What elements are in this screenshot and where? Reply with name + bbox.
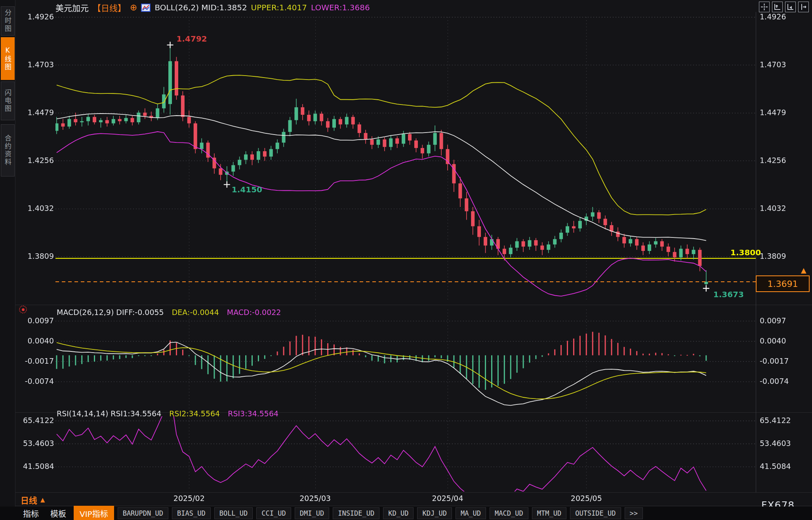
macd-axis-label-left: 0.0097 — [23, 316, 54, 325]
symbol-title: 美元加元 — [55, 2, 89, 13]
rsi-header: RSI(14,14,14) RSI1:34.5564 RSI2:34.5564 … — [57, 409, 278, 418]
boll-upper-readout: UPPER:1.4017 — [251, 3, 307, 12]
period-selector-label: 日线 — [21, 494, 37, 506]
period-badge[interactable]: 【日线】 — [93, 2, 126, 13]
mini-chart-icon[interactable] — [141, 4, 151, 12]
axis-play-icon[interactable] — [785, 2, 796, 12]
price-axis-label-left: 1.3809 — [23, 252, 54, 260]
price-axis-label-right: 1.4926 — [760, 12, 791, 21]
pane-expand-icon[interactable] — [798, 2, 809, 12]
trading-app-window: 分时图 K线图 闪电图 合约资料 美元加元 【日线】 ⊕ BOLL(26,2) … — [0, 0, 812, 520]
price-axis-label-left: 1.4256 — [23, 156, 54, 165]
crosshair-icon[interactable] — [759, 2, 770, 12]
macd-axis-label-right: 0.0040 — [760, 336, 791, 345]
macd-readout: MACD:-0.0022 — [227, 308, 281, 317]
macd-axis-label-right: 0.0097 — [760, 316, 791, 325]
price-up-arrow-icon: ▲ — [801, 267, 806, 274]
price-axis-label-left: 1.4703 — [23, 60, 54, 69]
macd-axis-label-left: -0.0074 — [23, 377, 54, 385]
bottom-tab-inside-ud[interactable]: INSIDE_UD — [333, 507, 379, 519]
bottom-tab-kd-ud[interactable]: KD_UD — [383, 507, 414, 519]
x-axis-date-label: 2025/05 — [560, 494, 612, 503]
left-sidebar: 分时图 K线图 闪电图 合约资料 — [0, 0, 15, 507]
bottom-tab-模板[interactable]: 模板 — [46, 507, 70, 520]
bottom-tab-vip-indicators[interactable]: VIP指标 — [74, 506, 114, 520]
bottom-tab-outside-ud[interactable]: OUTSIDE_UD — [570, 507, 621, 519]
x-axis-date-label: 2025/02 — [163, 494, 215, 503]
chart-canvas[interactable] — [0, 0, 812, 520]
bottom-tab-kdj-ud[interactable]: KDJ_UD — [417, 507, 452, 519]
bottom-tab-bar: 指标模板VIP指标BARUPDN_UDBIAS_UDBOLL_UDCCI_UDD… — [0, 507, 812, 520]
price-axis-label-left: 1.4926 — [23, 12, 54, 21]
macd-dea-readout: DEA:-0.0044 — [172, 308, 219, 317]
macd-header: MACD(26,12,9) DIFF:-0.0055 DEA:-0.0044 M… — [57, 308, 281, 317]
rsi1-readout: RSI(14,14,14) RSI1:34.5564 — [57, 409, 161, 418]
rsi-axis-label-right: 41.5084 — [760, 462, 791, 471]
rsi-axis-label-left: 41.5084 — [23, 462, 54, 471]
price-axis-label-right: 1.4256 — [760, 156, 791, 165]
macd-axis-label-left: -0.0017 — [23, 357, 54, 365]
price-axis-label-right: 1.4032 — [760, 204, 791, 213]
rsi2-readout: RSI2:34.5564 — [169, 409, 220, 418]
sidebar-tab-contract-info[interactable]: 合约资料 — [1, 124, 15, 176]
current-price-box: 1.3691 — [756, 275, 810, 292]
bottom-tab-mtm-ud[interactable]: MTM_UD — [532, 507, 566, 519]
rsi-axis-label-right: 65.4122 — [760, 416, 791, 425]
rsi-axis-label-left: 53.4603 — [23, 439, 54, 448]
rsi-axis-label-right: 53.4603 — [760, 439, 791, 448]
bottom-tab-macd-ud[interactable]: MACD_UD — [490, 507, 528, 519]
price-axis-label-right: 1.4479 — [760, 108, 791, 117]
bottom-tab-bias-ud[interactable]: BIAS_UD — [172, 507, 211, 519]
bottom-tab-barupdn-ud[interactable]: BARUPDN_UD — [118, 507, 168, 519]
bottom-tab-dmi-ud[interactable]: DMI_UD — [295, 507, 329, 519]
sidebar-tab-candle-chart[interactable]: K线图 — [1, 37, 15, 80]
x-axis-date-label: 2025/04 — [422, 494, 473, 503]
last-low-price-label: 1.3673 — [713, 290, 744, 299]
bottom-tab-cci-ud[interactable]: CCI_UD — [256, 507, 291, 519]
price-axis-label-right: 1.3809 — [760, 252, 791, 260]
macd-axis-label-right: -0.0017 — [760, 357, 791, 365]
chart-header: 美元加元 【日线】 ⊕ BOLL(26,2) MID:1.3852 UPPER:… — [55, 2, 370, 13]
bottom-tab--[interactable]: >> — [625, 507, 643, 519]
rsi3-readout: RSI3:34.5564 — [228, 409, 278, 418]
price-axis-label-left: 1.4032 — [23, 204, 54, 213]
sidebar-tab-flash-chart[interactable]: 闪电图 — [1, 82, 15, 120]
alert-sun-icon[interactable] — [19, 306, 27, 313]
macd-axis-label-right: -0.0074 — [760, 377, 791, 385]
high-price-label: 1.4792 — [177, 34, 207, 44]
macd-diff-readout: MACD(26,12,9) DIFF:-0.0055 — [57, 308, 164, 317]
hline-price-label: 1.3800 — [730, 248, 761, 257]
sidebar-tab-time-chart[interactable]: 分时图 — [1, 6, 15, 36]
period-selector[interactable]: 日线 ▲ — [21, 494, 45, 506]
boll-readout: BOLL(26,2) MID:1.3852 — [154, 3, 247, 12]
bottom-tab-指标[interactable]: 指标 — [19, 507, 43, 520]
price-axis-label-left: 1.4479 — [23, 108, 54, 117]
period-dropdown-arrow-icon: ▲ — [40, 496, 45, 503]
boll-lower-readout: LOWER:1.3686 — [311, 3, 370, 12]
rsi-axis-label-left: 65.4122 — [23, 416, 54, 425]
price-axis-label-right: 1.4703 — [760, 60, 791, 69]
chart-toolbar — [759, 2, 809, 12]
add-indicator-icon[interactable]: ⊕ — [130, 4, 137, 11]
x-axis-date-label: 2025/03 — [290, 494, 341, 503]
macd-axis-label-left: 0.0040 — [23, 336, 54, 345]
low-price-label: 1.4150 — [232, 185, 262, 194]
bottom-tab-boll-ud[interactable]: BOLL_UD — [214, 507, 253, 519]
bottom-tab-ma-ud[interactable]: MA_UD — [456, 507, 486, 519]
axis-zoom-in-icon[interactable] — [772, 2, 783, 12]
